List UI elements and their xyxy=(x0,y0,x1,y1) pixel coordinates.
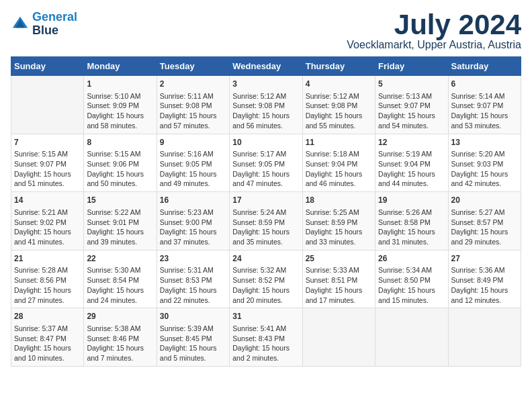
day-number: 27 xyxy=(451,253,518,265)
day-number: 23 xyxy=(160,253,226,265)
calendar-cell: 31Sunrise: 5:41 AM Sunset: 8:43 PM Dayli… xyxy=(230,308,302,367)
calendar-cell: 26Sunrise: 5:34 AM Sunset: 8:50 PM Dayli… xyxy=(375,250,448,308)
day-number: 20 xyxy=(451,195,518,206)
calendar-cell: 17Sunrise: 5:24 AM Sunset: 8:59 PM Dayli… xyxy=(230,192,302,250)
day-number: 19 xyxy=(378,195,445,206)
day-number: 14 xyxy=(14,195,81,206)
calendar-cell: 5Sunrise: 5:13 AM Sunset: 9:07 PM Daylig… xyxy=(375,76,448,134)
day-number: 24 xyxy=(232,253,299,265)
calendar-cell: 4Sunrise: 5:12 AM Sunset: 9:08 PM Daylig… xyxy=(302,76,375,134)
calendar-cell: 28Sunrise: 5:37 AM Sunset: 8:47 PM Dayli… xyxy=(11,308,84,367)
day-info: Sunrise: 5:25 AM Sunset: 8:59 PM Dayligh… xyxy=(306,208,372,247)
day-number: 31 xyxy=(232,311,299,322)
calendar-cell: 1Sunrise: 5:10 AM Sunset: 9:09 PM Daylig… xyxy=(84,76,157,134)
calendar-cell xyxy=(448,308,521,367)
day-of-week-header: Wednesday xyxy=(230,57,302,76)
day-number: 30 xyxy=(160,311,226,322)
day-number: 13 xyxy=(451,137,518,148)
day-info: Sunrise: 5:15 AM Sunset: 9:07 PM Dayligh… xyxy=(14,149,81,189)
day-info: Sunrise: 5:28 AM Sunset: 8:56 PM Dayligh… xyxy=(14,265,81,305)
calendar-cell: 14Sunrise: 5:21 AM Sunset: 9:02 PM Dayli… xyxy=(11,192,84,250)
day-number: 3 xyxy=(232,79,299,90)
day-info: Sunrise: 5:16 AM Sunset: 9:05 PM Dayligh… xyxy=(160,149,226,189)
day-info: Sunrise: 5:34 AM Sunset: 8:50 PM Dayligh… xyxy=(378,265,445,305)
logo: General Blue xyxy=(11,11,77,38)
calendar-cell: 3Sunrise: 5:12 AM Sunset: 9:08 PM Daylig… xyxy=(230,76,302,134)
day-of-week-header: Friday xyxy=(375,57,448,76)
calendar-cell: 15Sunrise: 5:22 AM Sunset: 9:01 PM Dayli… xyxy=(84,192,157,250)
day-number: 21 xyxy=(14,253,81,265)
day-number: 9 xyxy=(160,137,226,148)
calendar-cell: 18Sunrise: 5:25 AM Sunset: 8:59 PM Dayli… xyxy=(302,192,375,250)
day-info: Sunrise: 5:18 AM Sunset: 9:04 PM Dayligh… xyxy=(306,149,372,189)
day-number: 16 xyxy=(160,195,226,206)
day-number: 10 xyxy=(232,137,299,148)
day-info: Sunrise: 5:11 AM Sunset: 9:08 PM Dayligh… xyxy=(160,91,226,131)
calendar-week-row: 1Sunrise: 5:10 AM Sunset: 9:09 PM Daylig… xyxy=(11,76,521,134)
day-info: Sunrise: 5:12 AM Sunset: 9:08 PM Dayligh… xyxy=(306,91,372,131)
calendar-cell: 10Sunrise: 5:17 AM Sunset: 9:05 PM Dayli… xyxy=(230,134,302,192)
day-info: Sunrise: 5:13 AM Sunset: 9:07 PM Dayligh… xyxy=(378,91,445,131)
calendar-cell: 2Sunrise: 5:11 AM Sunset: 9:08 PM Daylig… xyxy=(157,76,229,134)
calendar-cell: 29Sunrise: 5:38 AM Sunset: 8:46 PM Dayli… xyxy=(84,308,157,367)
day-info: Sunrise: 5:32 AM Sunset: 8:52 PM Dayligh… xyxy=(232,265,299,305)
day-number: 29 xyxy=(87,311,153,322)
calendar-cell: 27Sunrise: 5:36 AM Sunset: 8:49 PM Dayli… xyxy=(448,250,521,308)
day-info: Sunrise: 5:24 AM Sunset: 8:59 PM Dayligh… xyxy=(232,208,299,247)
day-info: Sunrise: 5:26 AM Sunset: 8:58 PM Dayligh… xyxy=(378,208,445,247)
calendar-cell: 22Sunrise: 5:30 AM Sunset: 8:54 PM Dayli… xyxy=(84,250,157,308)
day-info: Sunrise: 5:20 AM Sunset: 9:03 PM Dayligh… xyxy=(451,149,518,189)
calendar-cell: 6Sunrise: 5:14 AM Sunset: 9:07 PM Daylig… xyxy=(448,76,521,134)
logo-text: General Blue xyxy=(32,11,77,38)
day-number: 25 xyxy=(306,253,372,265)
day-info: Sunrise: 5:41 AM Sunset: 8:43 PM Dayligh… xyxy=(232,324,299,363)
calendar-cell: 11Sunrise: 5:18 AM Sunset: 9:04 PM Dayli… xyxy=(302,134,375,192)
calendar-header-row: SundayMondayTuesdayWednesdayThursdayFrid… xyxy=(11,57,521,76)
calendar-cell: 12Sunrise: 5:19 AM Sunset: 9:04 PM Dayli… xyxy=(375,134,448,192)
calendar-cell: 9Sunrise: 5:16 AM Sunset: 9:05 PM Daylig… xyxy=(157,134,229,192)
day-of-week-header: Sunday xyxy=(11,57,84,76)
calendar-week-row: 14Sunrise: 5:21 AM Sunset: 9:02 PM Dayli… xyxy=(11,192,521,250)
day-number: 8 xyxy=(87,137,153,148)
day-info: Sunrise: 5:19 AM Sunset: 9:04 PM Dayligh… xyxy=(378,149,445,189)
day-of-week-header: Saturday xyxy=(448,57,521,76)
header: General Blue July 2024 Voecklamarkt, Upp… xyxy=(11,11,521,51)
calendar-cell: 8Sunrise: 5:15 AM Sunset: 9:06 PM Daylig… xyxy=(84,134,157,192)
calendar-cell: 13Sunrise: 5:20 AM Sunset: 9:03 PM Dayli… xyxy=(448,134,521,192)
calendar-table: SundayMondayTuesdayWednesdayThursdayFrid… xyxy=(11,56,521,367)
month-title: July 2024 xyxy=(347,11,521,39)
day-number: 12 xyxy=(378,137,445,148)
calendar-cell: 24Sunrise: 5:32 AM Sunset: 8:52 PM Dayli… xyxy=(230,250,302,308)
day-number: 2 xyxy=(160,79,226,90)
calendar-cell: 21Sunrise: 5:28 AM Sunset: 8:56 PM Dayli… xyxy=(11,250,84,308)
day-info: Sunrise: 5:39 AM Sunset: 8:45 PM Dayligh… xyxy=(160,324,226,363)
day-number: 6 xyxy=(451,79,518,90)
location-title: Voecklamarkt, Upper Austria, Austria xyxy=(347,39,521,51)
day-number: 26 xyxy=(378,253,445,265)
title-area: July 2024 Voecklamarkt, Upper Austria, A… xyxy=(347,11,521,51)
day-info: Sunrise: 5:36 AM Sunset: 8:49 PM Dayligh… xyxy=(451,265,518,305)
calendar-cell: 30Sunrise: 5:39 AM Sunset: 8:45 PM Dayli… xyxy=(157,308,229,367)
day-of-week-header: Tuesday xyxy=(157,57,229,76)
day-number: 15 xyxy=(87,195,153,206)
day-info: Sunrise: 5:37 AM Sunset: 8:47 PM Dayligh… xyxy=(14,324,81,363)
day-info: Sunrise: 5:21 AM Sunset: 9:02 PM Dayligh… xyxy=(14,208,81,247)
calendar-cell: 23Sunrise: 5:31 AM Sunset: 8:53 PM Dayli… xyxy=(157,250,229,308)
day-number: 11 xyxy=(306,137,372,148)
calendar-week-row: 7Sunrise: 5:15 AM Sunset: 9:07 PM Daylig… xyxy=(11,134,521,192)
day-info: Sunrise: 5:10 AM Sunset: 9:09 PM Dayligh… xyxy=(87,91,153,131)
day-number: 4 xyxy=(306,79,372,90)
calendar-week-row: 21Sunrise: 5:28 AM Sunset: 8:56 PM Dayli… xyxy=(11,250,521,308)
day-info: Sunrise: 5:15 AM Sunset: 9:06 PM Dayligh… xyxy=(87,149,153,189)
day-number: 22 xyxy=(87,253,153,265)
day-info: Sunrise: 5:14 AM Sunset: 9:07 PM Dayligh… xyxy=(451,91,518,131)
logo-icon xyxy=(11,15,30,34)
calendar-cell: 7Sunrise: 5:15 AM Sunset: 9:07 PM Daylig… xyxy=(11,134,84,192)
day-info: Sunrise: 5:17 AM Sunset: 9:05 PM Dayligh… xyxy=(232,149,299,189)
day-of-week-header: Monday xyxy=(84,57,157,76)
day-number: 1 xyxy=(87,79,153,90)
day-number: 7 xyxy=(14,137,81,148)
day-info: Sunrise: 5:33 AM Sunset: 8:51 PM Dayligh… xyxy=(306,265,372,305)
day-info: Sunrise: 5:31 AM Sunset: 8:53 PM Dayligh… xyxy=(160,265,226,305)
calendar-cell: 16Sunrise: 5:23 AM Sunset: 9:00 PM Dayli… xyxy=(157,192,229,250)
